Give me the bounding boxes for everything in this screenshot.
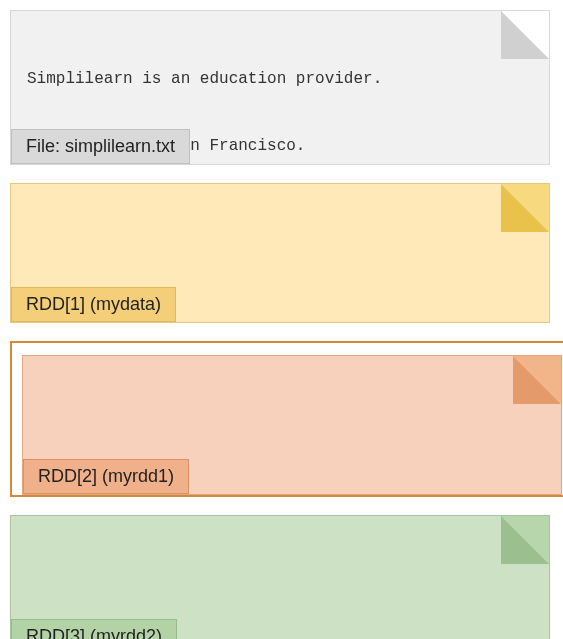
rdd-block-2: RDD[2] (myrdd1) (22, 355, 562, 495)
page-fold-icon (501, 11, 549, 59)
page-fold-icon (501, 516, 549, 564)
rdd-label: RDD[3] (myrdd2) (11, 619, 177, 639)
rdd-highlight-frame: RDD[2] (myrdd1) (10, 341, 563, 497)
file-line: Simplilearn is an education provider. (27, 68, 533, 90)
file-block: Simplilearn is an education provider. It… (10, 10, 550, 165)
rdd-block-3: RDD[3] (myrdd2) (10, 515, 550, 639)
rdd-block-1: RDD[1] (mydata) (10, 183, 550, 323)
rdd-label: RDD[2] (myrdd1) (23, 459, 189, 494)
page-fold-icon (513, 356, 561, 404)
page-fold-icon (501, 184, 549, 232)
file-label: File: simplilearn.txt (11, 129, 190, 164)
rdd-label: RDD[1] (mydata) (11, 287, 176, 322)
